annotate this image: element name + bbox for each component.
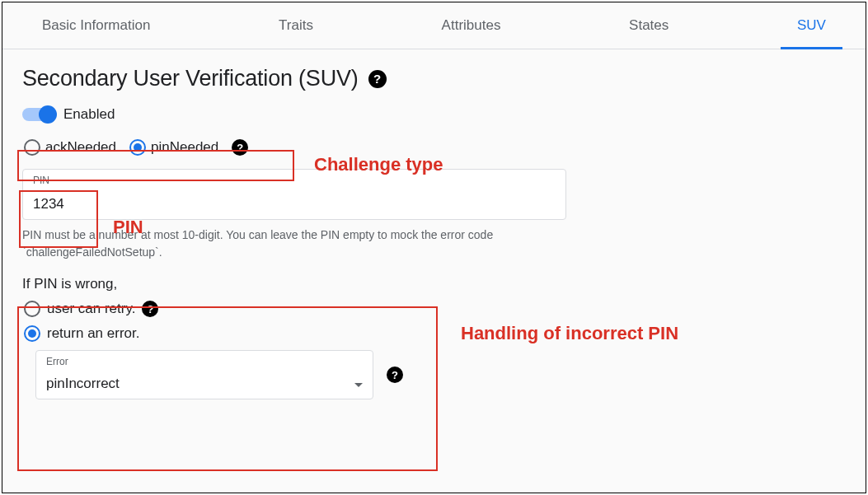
tabs-bar: Basic Information Traits Attributes Stat… xyxy=(2,2,866,49)
tab-traits[interactable]: Traits xyxy=(262,2,330,49)
pin-hint: PIN must be a number at most 10-digit. Y… xyxy=(22,226,566,261)
enabled-toggle[interactable] xyxy=(22,108,55,121)
wrong-pin-label: If PIN is wrong, xyxy=(22,276,846,292)
enabled-label: Enabled xyxy=(63,106,115,123)
page-title: Secondary User Verification (SUV) xyxy=(22,66,359,91)
annotation-pin: PIN xyxy=(113,217,143,238)
annotation-box-challenge-type xyxy=(17,150,294,181)
tab-states[interactable]: States xyxy=(612,2,685,49)
annotation-box-handling xyxy=(17,306,438,471)
tab-suv[interactable]: SUV xyxy=(781,2,842,49)
annotation-challenge-type: Challenge type xyxy=(314,154,443,175)
tab-basic-information[interactable]: Basic Information xyxy=(26,2,167,49)
tab-attributes[interactable]: Attributes xyxy=(425,2,518,49)
help-icon[interactable]: ? xyxy=(368,70,387,88)
annotation-handling: Handling of incorrect PIN xyxy=(461,322,678,346)
pin-input[interactable] xyxy=(33,196,556,212)
annotation-box-pin xyxy=(19,190,98,248)
